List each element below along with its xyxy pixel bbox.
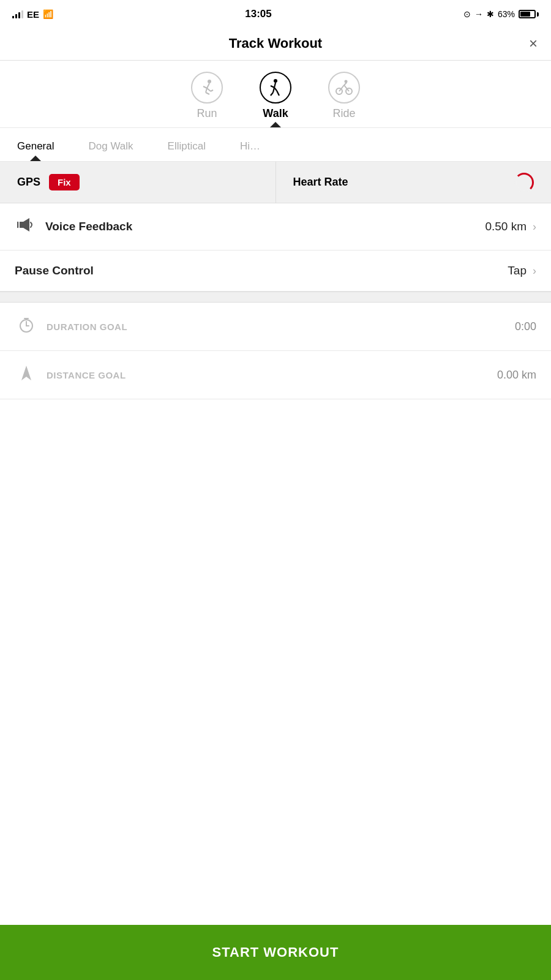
battery-percent: 63%: [498, 9, 515, 19]
gps-label: GPS: [17, 176, 40, 189]
wifi-icon: 📶: [43, 9, 53, 19]
pause-control-label: Pause Control: [15, 264, 508, 277]
duration-goal-label: DURATION GOAL: [47, 322, 515, 332]
location-icon: →: [474, 9, 483, 19]
subtab-dogwalk-label: Dog Walk: [88, 140, 133, 152]
svg-marker-27: [21, 366, 31, 380]
status-time: 13:05: [245, 8, 271, 20]
goals-section: DURATION GOAL 0:00 DISTANCE GOAL 0.00 km: [0, 303, 551, 399]
megaphone-icon: [15, 217, 37, 236]
svg-line-8: [274, 83, 276, 88]
subtab-more[interactable]: Hi…: [223, 135, 277, 161]
sub-tabs: General Dog Walk Elliptical Hi…: [0, 128, 551, 162]
subtab-dogwalk[interactable]: Dog Walk: [71, 135, 150, 161]
signal-icon: [12, 10, 23, 18]
distance-goal-label: DISTANCE GOAL: [47, 370, 497, 380]
carrier-label: EE: [27, 9, 39, 20]
subtab-more-label: Hi…: [240, 140, 260, 152]
page-header: Track Workout ×: [0, 27, 551, 61]
settings-section: Voice Feedback 0.50 km › Pause Control T…: [0, 203, 551, 292]
voice-feedback-row[interactable]: Voice Feedback 0.50 km ›: [0, 203, 551, 251]
subtab-general[interactable]: General: [0, 135, 71, 161]
svg-line-13: [277, 91, 279, 96]
close-button[interactable]: ×: [529, 35, 538, 52]
sensor-row: GPS Fix Heart Rate: [0, 162, 551, 203]
tab-ride-label: Ride: [332, 107, 355, 120]
workout-type-tabs: Run Walk Ride: [0, 61, 551, 128]
battery-icon: [519, 10, 539, 18]
svg-line-9: [271, 86, 274, 88]
tab-run-label: Run: [197, 107, 217, 120]
pause-control-chevron: ›: [533, 265, 536, 277]
start-workout-label: START WORKOUT: [212, 944, 339, 960]
distance-goal-row: DISTANCE GOAL 0.00 km: [0, 351, 551, 399]
ride-icon: [328, 72, 360, 104]
subtab-elliptical[interactable]: Elliptical: [151, 135, 223, 161]
run-icon: [191, 72, 223, 104]
page-title: Track Workout: [229, 36, 322, 51]
duration-goal-row: DURATION GOAL 0:00: [0, 303, 551, 351]
svg-line-18: [344, 83, 347, 85]
gps-sensor: GPS Fix: [0, 162, 276, 203]
svg-line-4: [206, 92, 209, 94]
svg-point-19: [345, 80, 348, 83]
distance-goal-value: 0.00 km: [497, 369, 536, 382]
duration-goal-value: 0:00: [515, 320, 536, 333]
section-divider: [0, 292, 551, 303]
gps-fix-badge: Fix: [49, 174, 80, 190]
tab-walk-label: Walk: [263, 107, 288, 120]
svg-line-1: [207, 83, 209, 88]
status-left: EE 📶: [12, 9, 53, 20]
heart-rate-spinner: [514, 173, 534, 192]
svg-line-11: [271, 92, 273, 96]
bluetooth-icon: ✱: [487, 9, 494, 19]
svg-line-5: [207, 88, 211, 91]
svg-line-12: [274, 88, 277, 91]
tab-walk[interactable]: Walk: [241, 67, 310, 127]
svg-point-7: [274, 79, 277, 83]
pause-control-value: Tap: [508, 264, 527, 277]
voice-feedback-value: 0.50 km: [485, 220, 527, 233]
voice-feedback-label: Voice Feedback: [45, 220, 485, 233]
distance-icon: [15, 364, 38, 385]
voice-feedback-chevron: ›: [533, 221, 536, 233]
status-right: ⊙ → ✱ 63%: [463, 9, 539, 19]
svg-line-6: [211, 90, 213, 91]
start-workout-button[interactable]: START WORKOUT: [0, 925, 551, 980]
status-bar: EE 📶 13:05 ⊙ → ✱ 63%: [0, 0, 551, 27]
subtab-general-label: General: [17, 140, 54, 152]
svg-marker-20: [20, 218, 29, 232]
walk-icon: [260, 72, 291, 104]
subtab-elliptical-label: Elliptical: [168, 140, 206, 152]
stopwatch-icon: [15, 316, 38, 337]
at-icon: ⊙: [463, 9, 471, 19]
pause-control-row[interactable]: Pause Control Tap ›: [0, 251, 551, 292]
svg-point-0: [208, 80, 211, 83]
svg-line-2: [203, 86, 207, 88]
heart-rate-label: Heart Rate: [293, 176, 348, 189]
heart-rate-sensor: Heart Rate: [276, 162, 552, 203]
tab-ride[interactable]: Ride: [310, 67, 378, 127]
tab-run[interactable]: Run: [173, 67, 241, 127]
